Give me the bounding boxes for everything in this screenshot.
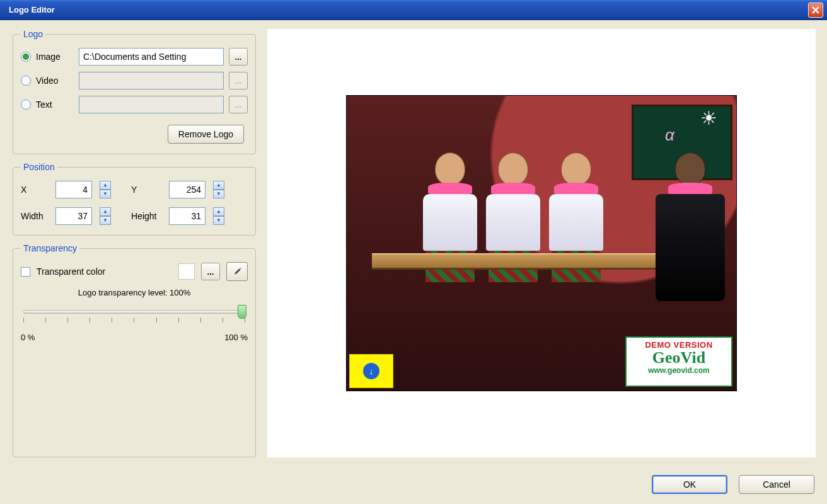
transparency-group: Transparency Transparent color ... Logo … xyxy=(13,243,256,457)
transparency-legend: Transparency xyxy=(21,243,79,253)
slider-min-label: 0 % xyxy=(21,333,35,342)
height-spinner[interactable]: ▲▼ xyxy=(213,207,224,225)
cancel-button[interactable]: Cancel xyxy=(739,475,814,494)
eyedropper-button[interactable] xyxy=(226,262,248,281)
height-input[interactable] xyxy=(169,207,205,225)
preview-video-frame: α ☀ ↓ DEMO VERSION GeoVid xyxy=(346,95,737,391)
y-label: Y xyxy=(131,185,169,195)
y-input[interactable] xyxy=(169,181,205,198)
logo-group: Logo Image ... Video ... xyxy=(13,29,256,154)
transparent-color-browse-button[interactable]: ... xyxy=(201,263,220,280)
height-label: Height xyxy=(131,211,169,221)
image-browse-button[interactable]: ... xyxy=(229,48,248,66)
x-input[interactable] xyxy=(55,181,92,198)
text-radio-label: Text xyxy=(36,100,74,110)
titlebar: Logo Editor xyxy=(0,0,827,20)
text-radio[interactable] xyxy=(21,100,31,110)
logo-legend: Logo xyxy=(21,29,45,39)
video-path-input[interactable] xyxy=(79,72,224,89)
text-value-input[interactable] xyxy=(79,96,224,113)
close-button[interactable] xyxy=(808,3,823,18)
width-spinner[interactable]: ▲▼ xyxy=(100,207,111,225)
slider-thumb[interactable] xyxy=(238,305,246,319)
video-radio-label: Video xyxy=(36,76,74,86)
transparent-color-label: Transparent color xyxy=(37,266,105,277)
x-spinner[interactable]: ▲▼ xyxy=(100,181,111,198)
image-radio-label: Image xyxy=(36,52,74,62)
width-input[interactable] xyxy=(55,207,92,225)
transparent-color-swatch xyxy=(178,263,195,280)
video-browse-button[interactable]: ... xyxy=(229,72,248,89)
window-title: Logo Editor xyxy=(4,5,808,14)
position-group: Position X ▲▼ Y ▲▼ Width ▲▼ Height xyxy=(13,162,256,236)
preview-pane: α ☀ ↓ DEMO VERSION GeoVid xyxy=(267,29,816,457)
x-label: X xyxy=(21,185,59,195)
image-path-input[interactable] xyxy=(79,48,224,66)
slider-max-label: 100 % xyxy=(224,333,248,342)
logo-editor-window: Logo Editor Logo Image ... xyxy=(0,0,827,504)
dialog-content: Logo Image ... Video ... xyxy=(0,20,827,504)
video-radio[interactable] xyxy=(21,76,31,86)
y-spinner[interactable]: ▲▼ xyxy=(213,181,224,198)
text-browse-button[interactable]: ... xyxy=(229,96,248,113)
download-icon: ↓ xyxy=(363,363,379,379)
remove-logo-button[interactable]: Remove Logo xyxy=(168,125,244,144)
demo-watermark: DEMO VERSION GeoVid www.geovid.com xyxy=(625,336,732,387)
image-radio[interactable] xyxy=(21,52,31,62)
dialog-footer: OK Cancel xyxy=(652,475,814,494)
left-panel: Logo Image ... Video ... xyxy=(11,29,257,457)
transparency-level-label: Logo transparency level: 100% xyxy=(21,287,248,297)
transparent-color-checkbox[interactable] xyxy=(21,267,30,277)
transparency-slider[interactable] xyxy=(21,304,248,329)
position-legend: Position xyxy=(21,162,57,172)
logo-overlay: ↓ xyxy=(349,354,393,388)
width-label: Width xyxy=(21,211,59,221)
ok-button[interactable]: OK xyxy=(652,475,727,494)
sun-icon: ☀ xyxy=(700,107,717,129)
